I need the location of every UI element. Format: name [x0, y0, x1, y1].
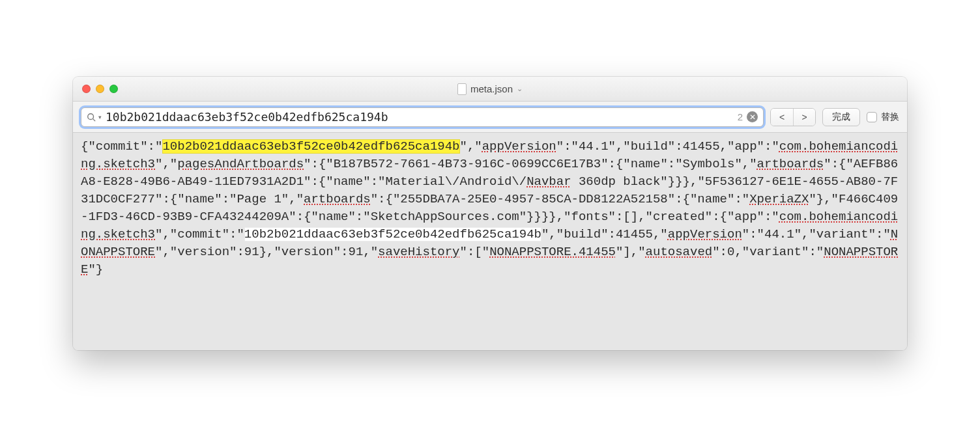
- done-button[interactable]: 完成: [822, 108, 860, 126]
- clear-search-icon[interactable]: ✕: [747, 111, 758, 122]
- find-bar: ▾ 2 ✕ < > 完成 替换: [73, 102, 907, 133]
- search-field-wrap[interactable]: ▾ 2 ✕: [81, 107, 764, 127]
- search-input[interactable]: [106, 110, 734, 124]
- spellcheck-flag: artboards: [304, 192, 371, 206]
- document-icon: [457, 83, 467, 95]
- replace-label: 替换: [881, 111, 899, 123]
- window-controls: [82, 85, 118, 93]
- svg-line-1: [93, 118, 96, 121]
- search-match: 10b2b021ddaac63eb3f52ce0b42edfb625ca194b: [244, 227, 541, 241]
- spellcheck-flag: XperiaZX: [749, 192, 809, 206]
- search-match-current: 10b2b021ddaac63eb3f52ce0b42edfb625ca194b: [162, 139, 459, 154]
- zoom-window-button[interactable]: [109, 85, 118, 93]
- text-editor-window: meta.json ⌄ ▾ 2 ✕ < > 完成 替换 {"com: [73, 77, 907, 350]
- replace-checkbox[interactable]: [867, 112, 877, 122]
- find-prev-button[interactable]: <: [771, 109, 793, 126]
- search-icon: [87, 113, 96, 122]
- minimize-window-button[interactable]: [96, 85, 104, 93]
- spellcheck-flag: appVersion: [482, 139, 556, 154]
- titlebar[interactable]: meta.json ⌄: [73, 77, 907, 102]
- window-title: meta.json ⌄: [73, 83, 907, 95]
- replace-toggle[interactable]: 替换: [867, 111, 899, 123]
- title-filename: meta.json: [470, 83, 513, 94]
- spellcheck-flag: pagesAndArtboards: [177, 157, 304, 171]
- spellcheck-flag: appVersion: [668, 227, 742, 241]
- document-text[interactable]: {"commit":"10b2b021ddaac63eb3f52ce0b42ed…: [81, 138, 899, 279]
- spellcheck-flag: NONAPPSTORE.41455: [489, 245, 616, 259]
- spellcheck-flag: Navbar: [526, 174, 571, 189]
- spellcheck-flag: artboards: [757, 157, 824, 171]
- find-next-button[interactable]: >: [793, 109, 815, 126]
- spellcheck-flag: saveHistory: [378, 245, 459, 259]
- text-content-area[interactable]: {"commit":"10b2b021ddaac63eb3f52ce0b42ed…: [73, 133, 907, 350]
- title-dropdown-icon[interactable]: ⌄: [517, 85, 523, 93]
- spellcheck-flag: autosaved: [646, 245, 713, 259]
- search-options-dropdown-icon[interactable]: ▾: [98, 114, 102, 120]
- close-window-button[interactable]: [82, 85, 91, 93]
- svg-point-0: [88, 113, 94, 119]
- search-result-count: 2: [738, 111, 743, 122]
- find-nav-segment: < >: [770, 108, 816, 126]
